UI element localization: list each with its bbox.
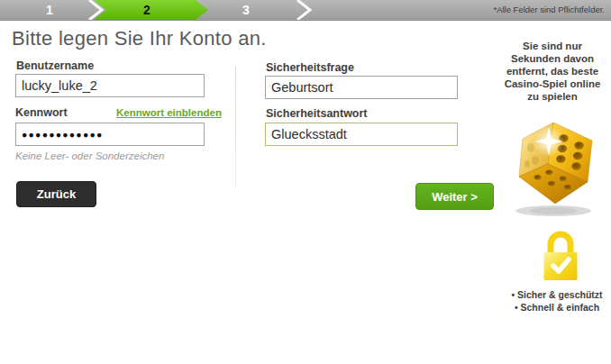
password-input[interactable] xyxy=(15,123,205,146)
column-divider xyxy=(235,67,236,187)
page-title: Bitte legen Sie Ihr Konto an. xyxy=(12,27,267,50)
step-3-label: 3 xyxy=(242,3,250,17)
benefit-item: • Sicher & geschützt xyxy=(494,288,611,301)
required-fields-note: *Alle Felder sind Pflichtfelder. xyxy=(493,5,605,14)
step-2-label: 2 xyxy=(143,3,150,17)
promo-line: Sie sind nur xyxy=(492,40,611,52)
benefit-item: • Schnell & einfach xyxy=(494,301,611,314)
promo-line: Casino-Spiel online xyxy=(492,77,611,90)
security-question-input[interactable] xyxy=(265,76,458,99)
back-button[interactable]: Zurück xyxy=(16,181,96,207)
registration-page: 1 2 3 *Alle Felder sind Pflichtfelder. B… xyxy=(0,0,611,364)
promo-text: Sie sind nur Sekunden davon entfernt, da… xyxy=(492,40,611,103)
security-answer-input[interactable] xyxy=(265,123,458,146)
chevron-separator-icon xyxy=(297,0,310,20)
padlock-check-icon xyxy=(543,226,579,282)
show-password-link[interactable]: Kennwort einblenden xyxy=(116,107,222,118)
step-2-active-segment xyxy=(94,0,208,20)
security-answer-label: Sicherheitsantwort xyxy=(266,107,368,120)
benefits-list: • Sicher & geschützt • Schnell & einfach xyxy=(494,288,611,314)
password-hint: Keine Leer- oder Sonderzeichen xyxy=(15,150,164,161)
security-question-label: Sicherheitsfrage xyxy=(266,61,354,74)
username-label: Benutzername xyxy=(16,59,94,72)
username-input[interactable] xyxy=(15,74,205,97)
step-1-label: 1 xyxy=(46,3,53,17)
padlock-shackle xyxy=(551,234,570,253)
dice-shadow-core xyxy=(530,207,577,214)
golden-dice-image xyxy=(508,117,602,218)
next-button[interactable]: Weiter > xyxy=(415,183,494,210)
promo-line: Sekunden davon xyxy=(492,52,611,65)
promo-line: entfernt, das beste xyxy=(492,65,611,77)
password-label: Kennwort xyxy=(15,106,68,119)
promo-line: zu spielen xyxy=(492,90,611,103)
step-progress-bar: 1 2 3 *Alle Felder sind Pflichtfelder. xyxy=(0,0,611,21)
